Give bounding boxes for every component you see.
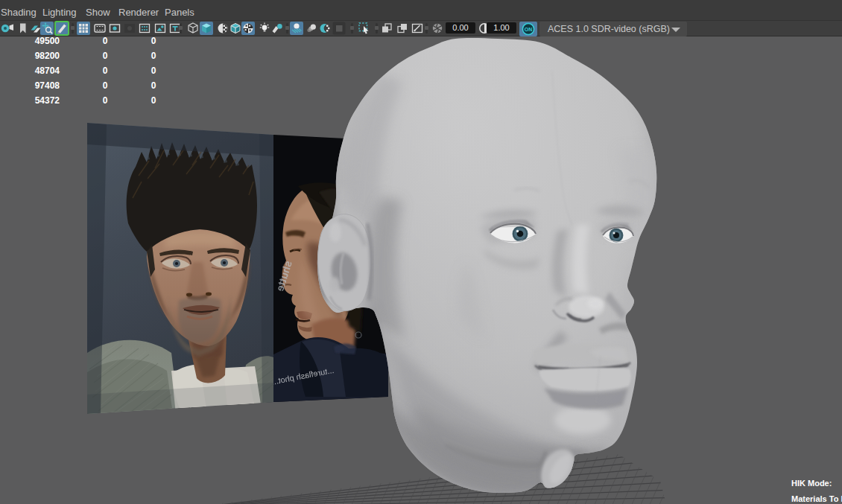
- svg-text:48704: 48704: [35, 66, 60, 76]
- svg-text:97408: 97408: [35, 80, 60, 91]
- svg-text:0: 0: [103, 80, 108, 91]
- svg-text:0: 0: [103, 95, 108, 106]
- svg-text:0: 0: [103, 51, 108, 61]
- svg-text:0: 0: [151, 66, 156, 76]
- svg-text:ON: ON: [525, 27, 533, 32]
- svg-text:0: 0: [151, 95, 156, 106]
- svg-text:54372: 54372: [35, 95, 60, 106]
- svg-text:Materials To L: Materials To L: [791, 494, 842, 503]
- svg-text:98200: 98200: [35, 51, 60, 61]
- svg-text:49500: 49500: [35, 36, 60, 46]
- svg-text:0: 0: [151, 80, 156, 91]
- svg-text:0: 0: [151, 36, 156, 46]
- svg-text:0: 0: [151, 51, 156, 61]
- svg-text:0: 0: [103, 36, 108, 46]
- svg-text:HIK Mode:: HIK Mode:: [791, 479, 832, 488]
- svg-text:0: 0: [103, 66, 108, 76]
